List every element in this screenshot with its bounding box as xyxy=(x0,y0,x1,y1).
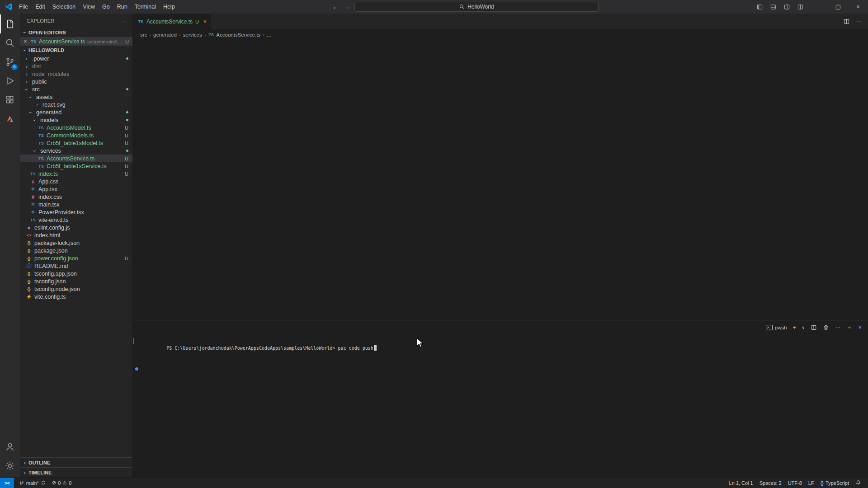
file-item-tsconfig-json[interactable]: {}tsconfig.json xyxy=(20,277,132,285)
file-item-tsconfig-node-json[interactable]: {}tsconfig.node.json xyxy=(20,285,132,293)
file-item-index-ts[interactable]: TSindex.tsU xyxy=(20,170,132,178)
account-icon[interactable] xyxy=(0,437,20,456)
settings-gear-icon[interactable] xyxy=(0,456,20,475)
code-content[interactable] xyxy=(157,40,868,320)
file-item-package-json[interactable]: {}package.json xyxy=(20,247,132,254)
minimize-button[interactable]: – xyxy=(808,0,828,14)
search-view-icon[interactable] xyxy=(0,33,20,52)
chevron-down-icon: › xyxy=(24,86,29,93)
kill-terminal-trash-icon[interactable] xyxy=(823,324,829,331)
workspace-header[interactable]: › HELLOWORLD xyxy=(20,46,132,55)
code-editor[interactable] xyxy=(133,40,868,320)
file-item-eslint-config-js[interactable]: ◆eslint.config.js xyxy=(20,224,132,231)
json-file-icon: {} xyxy=(26,256,32,261)
folder-item-generated[interactable]: ›generated xyxy=(20,108,132,116)
back-button[interactable]: ← xyxy=(332,0,339,14)
menu-terminal[interactable]: Terminal xyxy=(131,0,160,14)
close-panel-icon[interactable]: × xyxy=(859,324,862,331)
menu-view[interactable]: View xyxy=(79,0,99,14)
file-item-tsconfig-app-json[interactable]: {}tsconfig.app.json xyxy=(20,270,132,277)
split-terminal-icon[interactable] xyxy=(811,324,817,331)
file-item-commonmodels-ts[interactable]: TSCommonModels.tsU xyxy=(20,131,132,139)
breadcrumb-accountsservice-ts[interactable]: TSAccountsService.ts xyxy=(208,32,260,38)
menu-help[interactable]: Help xyxy=(160,0,179,14)
forward-button[interactable]: → xyxy=(343,0,349,14)
split-editor-icon[interactable] xyxy=(843,18,850,25)
notifications-bell-item[interactable] xyxy=(852,478,864,488)
file-item-index-html[interactable]: <>index.html xyxy=(20,231,132,239)
file-item-app-tsx[interactable]: ⚛App.tsx xyxy=(20,185,132,193)
maximize-panel-icon[interactable] xyxy=(846,324,853,331)
open-editors-header[interactable]: › OPEN EDITORS xyxy=(20,28,132,37)
folder-item-assets[interactable]: ›assets xyxy=(20,93,132,101)
timeline-header[interactable]: › TIMELINE xyxy=(20,467,132,477)
close-icon[interactable]: × xyxy=(203,19,207,25)
maximize-button[interactable]: ▢ xyxy=(828,0,848,14)
file-item-vite-env-d-ts[interactable]: TSvite-env.d.ts xyxy=(20,216,132,224)
modified-dot xyxy=(126,119,128,121)
encoding-item[interactable]: UTF-8 xyxy=(785,478,805,488)
remote-indicator[interactable]: >< xyxy=(0,478,14,488)
menu-run[interactable]: Run xyxy=(113,0,131,14)
open-editor-item[interactable]: × TS AccountsService.ts src\generated\se… xyxy=(20,37,132,46)
folder-item-public[interactable]: ›public xyxy=(20,78,132,85)
folder-item-models[interactable]: ›models xyxy=(20,116,132,124)
file-item-package-lock-json[interactable]: {}package-lock.json xyxy=(20,239,132,247)
explorer-icon[interactable] xyxy=(0,14,20,33)
file-item-react-svg[interactable]: ▪react.svg xyxy=(20,101,132,108)
eol-item[interactable]: LF xyxy=(805,478,817,488)
cursor-position-item[interactable]: Ln 1, Col 1 xyxy=(726,478,756,488)
tab-accountsservice[interactable]: TS AccountsService.ts U × xyxy=(133,14,212,29)
command-center-search[interactable]: HelloWorld xyxy=(354,2,599,12)
new-terminal-icon[interactable]: + xyxy=(793,324,796,331)
close-button[interactable]: × xyxy=(848,0,868,14)
menu-edit[interactable]: Edit xyxy=(32,0,49,14)
extensions-icon[interactable] xyxy=(0,90,20,109)
breadcrumb-[interactable]: ... xyxy=(267,32,271,38)
panel-more-actions-icon[interactable]: ⋯ xyxy=(835,324,840,331)
toggle-secondary-sidebar-icon[interactable] xyxy=(780,0,793,14)
folder-item-src[interactable]: ›src xyxy=(20,85,132,93)
file-item-accountsservice-ts[interactable]: TSAccountsService.tsU xyxy=(20,155,132,162)
file-item-vite-config-ts[interactable]: ⚡vite.config.ts xyxy=(20,293,132,300)
menu-file[interactable]: File xyxy=(15,0,32,14)
source-control-icon[interactable]: 6 xyxy=(0,52,20,71)
typescript-file-icon: TS xyxy=(137,19,144,24)
terminal-dropdown-icon[interactable]: ∨ xyxy=(802,325,805,330)
language-mode-item[interactable]: {} TypeScript xyxy=(817,478,852,488)
folder-item-node-modules[interactable]: ›node_modules xyxy=(20,70,132,78)
terminal-output[interactable]: PS C:\Users\jordanchodak\PowerAppsCodeAp… xyxy=(133,335,868,477)
breadcrumb-src[interactable]: src xyxy=(140,32,147,38)
indentation-item[interactable]: Spaces: 2 xyxy=(756,478,785,488)
file-item-accountsmodel-ts[interactable]: TSAccountsModel.tsU xyxy=(20,124,132,131)
explorer-more-actions-icon[interactable]: ⋯ xyxy=(121,18,126,24)
editor-more-actions-icon[interactable]: ⋯ xyxy=(856,19,862,25)
folder-item-power[interactable]: ›.power xyxy=(20,55,132,62)
file-item-power-config-json[interactable]: {}power.config.jsonU xyxy=(20,254,132,262)
file-item-crb5f-table1smodel-ts[interactable]: TSCrb5f_table1sModel.tsU xyxy=(20,139,132,147)
breadcrumb-services[interactable]: services xyxy=(183,32,202,38)
menu-selection[interactable]: Selection xyxy=(49,0,79,14)
toggle-panel-icon[interactable] xyxy=(767,0,779,14)
power-platform-icon[interactable] xyxy=(0,109,20,128)
problems-status-item[interactable]: ⊘ 0 ⚠ 0 xyxy=(49,478,75,488)
file-item-main-tsx[interactable]: ⚛main.tsx xyxy=(20,201,132,208)
folder-item-dist[interactable]: ›dist xyxy=(20,62,132,70)
close-icon[interactable]: × xyxy=(23,38,28,45)
run-debug-icon[interactable] xyxy=(0,71,20,90)
customize-layout-icon[interactable] xyxy=(794,0,807,14)
file-item-readme-md[interactable]: ⓘREADME.md xyxy=(20,262,132,270)
file-item-crb5f-table1sservice-ts[interactable]: TSCrb5f_table1sService.tsU xyxy=(20,162,132,170)
branch-status-item[interactable]: main* xyxy=(16,478,49,488)
outline-header[interactable]: › OUTLINE xyxy=(20,457,132,467)
command-decoration-bar xyxy=(133,338,134,344)
terminal-command-line[interactable]: PS C:\Users\jordanchodak\PowerAppsCodeAp… xyxy=(133,338,868,359)
file-item-index-css[interactable]: #index.css xyxy=(20,193,132,201)
folder-item-services[interactable]: ›services xyxy=(20,147,132,155)
terminal-profile[interactable]: >_ pwsh xyxy=(766,325,787,330)
breadcrumb-generated[interactable]: generated xyxy=(153,32,177,38)
toggle-sidebar-icon[interactable] xyxy=(753,0,766,14)
menu-go[interactable]: Go xyxy=(99,0,113,14)
file-item-app-css[interactable]: #App.css xyxy=(20,178,132,185)
file-item-powerprovider-tsx[interactable]: ⚛PowerProvider.tsx xyxy=(20,208,132,216)
